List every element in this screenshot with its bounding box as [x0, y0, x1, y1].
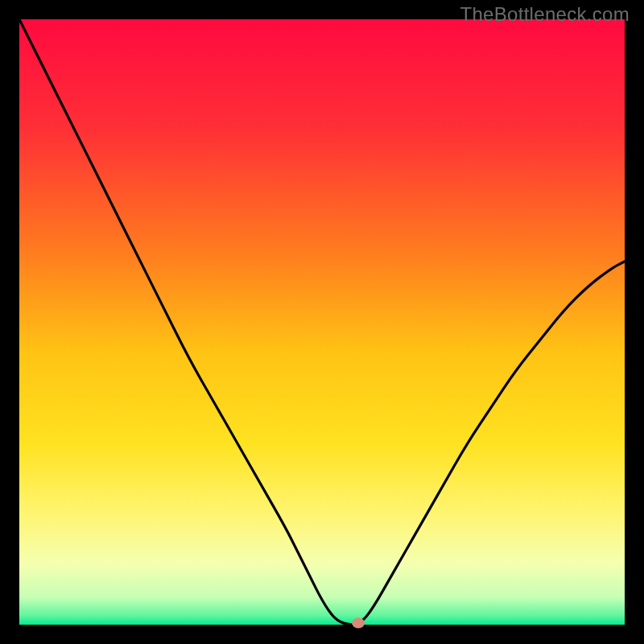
chart-container: TheBottleneck.com [0, 0, 644, 644]
optimum-marker [352, 618, 365, 629]
watermark-text: TheBottleneck.com [460, 3, 630, 26]
bottleneck-chart [0, 0, 644, 644]
plot-background [19, 19, 625, 625]
